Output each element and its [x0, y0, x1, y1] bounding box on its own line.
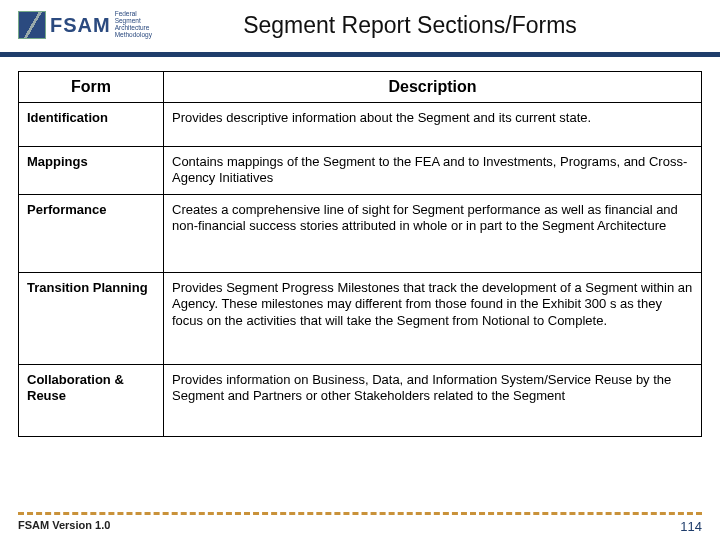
form-name-cell: Mappings — [19, 147, 164, 195]
table-row: Transition Planning Provides Segment Pro… — [19, 273, 702, 365]
fsam-logo: FSAM Federal Segment Architecture Method… — [18, 8, 158, 42]
page-title: Segment Report Sections/Forms — [158, 12, 702, 39]
logo-acronym: FSAM — [50, 14, 111, 37]
description-cell: Creates a comprehensive line of sight fo… — [164, 195, 702, 273]
form-name-cell: Collaboration & Reuse — [19, 365, 164, 437]
footer-divider — [18, 512, 702, 515]
table-header-row: Form Description — [19, 72, 702, 103]
table-row: Mappings Contains mappings of the Segmen… — [19, 147, 702, 195]
header: FSAM Federal Segment Architecture Method… — [0, 0, 720, 52]
footer: FSAM Version 1.0 114 — [0, 512, 720, 534]
sections-table: Form Description Identification Provides… — [18, 71, 702, 437]
description-cell: Contains mappings of the Segment to the … — [164, 147, 702, 195]
table-row: Collaboration & Reuse Provides informati… — [19, 365, 702, 437]
logo-subtitle: Federal Segment Architecture Methodology — [115, 11, 152, 38]
form-name-cell: Performance — [19, 195, 164, 273]
table-row: Identification Provides descriptive info… — [19, 103, 702, 147]
form-name-cell: Identification — [19, 103, 164, 147]
content-area: Form Description Identification Provides… — [0, 57, 720, 437]
description-cell: Provides Segment Progress Milestones tha… — [164, 273, 702, 365]
page-number: 114 — [680, 519, 702, 534]
form-name-cell: Transition Planning — [19, 273, 164, 365]
col-header-form: Form — [19, 72, 164, 103]
col-header-description: Description — [164, 72, 702, 103]
fsam-logo-icon — [18, 11, 46, 39]
description-cell: Provides information on Business, Data, … — [164, 365, 702, 437]
description-cell: Provides descriptive information about t… — [164, 103, 702, 147]
version-label: FSAM Version 1.0 — [18, 519, 110, 534]
table-row: Performance Creates a comprehensive line… — [19, 195, 702, 273]
